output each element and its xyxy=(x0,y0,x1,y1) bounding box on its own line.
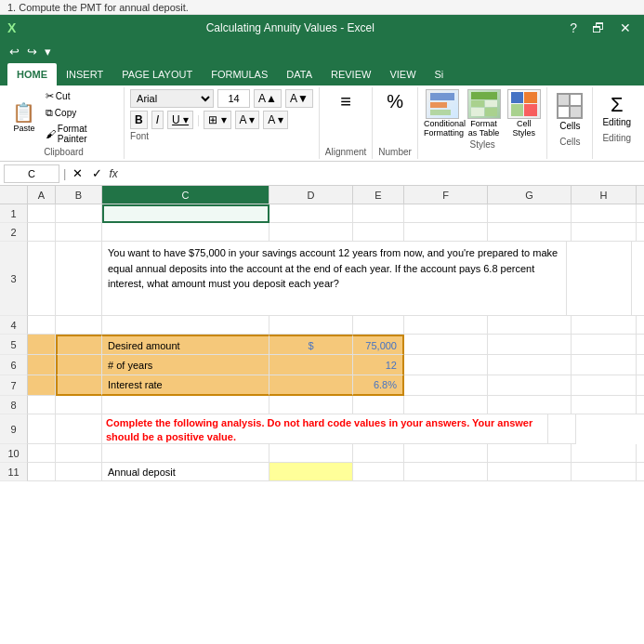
cell-f2[interactable] xyxy=(404,223,488,242)
cell-c7-rate[interactable]: Interest rate xyxy=(102,375,269,396)
cell-c5-desired[interactable]: Desired amount xyxy=(102,335,269,355)
cell-e8[interactable] xyxy=(353,396,404,414)
tab-view[interactable]: VIEW xyxy=(380,63,425,85)
col-header-e[interactable]: E xyxy=(353,186,404,204)
cell-i8[interactable] xyxy=(637,396,644,414)
restore-button[interactable]: 🗗 xyxy=(586,20,611,35)
font-size-input[interactable] xyxy=(217,89,250,108)
font-grow-button[interactable]: A▲ xyxy=(254,89,282,108)
cut-button[interactable]: ✂ Cut xyxy=(43,89,118,103)
cell-i7[interactable] xyxy=(637,375,644,396)
cell-c1[interactable] xyxy=(102,204,269,223)
cell-f7[interactable] xyxy=(404,375,488,396)
cancel-formula-button[interactable]: ✕ xyxy=(70,166,85,180)
cell-c9-instruction[interactable]: Complete the following analysis. Do not … xyxy=(102,414,548,444)
align-button[interactable]: ≡ xyxy=(335,89,356,114)
cell-a5[interactable] xyxy=(28,335,56,355)
cell-a11[interactable] xyxy=(28,463,56,481)
cell-b8[interactable] xyxy=(56,396,102,414)
cell-f6[interactable] xyxy=(404,355,488,375)
cell-b11[interactable] xyxy=(56,463,102,481)
format-table-button[interactable]: Format as Table xyxy=(467,89,501,138)
cell-a3[interactable] xyxy=(28,242,56,316)
cell-e11[interactable] xyxy=(353,463,404,481)
tab-formulas[interactable]: FORMULAS xyxy=(202,63,277,85)
underline-button[interactable]: U ▾ xyxy=(167,111,193,129)
cell-a10[interactable] xyxy=(28,444,56,463)
tab-insert[interactable]: INSERT xyxy=(57,63,112,85)
cell-c8[interactable] xyxy=(102,396,269,414)
cell-h8[interactable] xyxy=(572,396,637,414)
col-header-a[interactable]: A xyxy=(28,186,56,204)
cell-g10[interactable] xyxy=(488,444,572,463)
cell-d7[interactable] xyxy=(269,375,353,396)
name-box[interactable]: C xyxy=(4,164,59,183)
cell-g5[interactable] xyxy=(488,335,572,355)
cell-g2[interactable] xyxy=(488,223,572,242)
help-button[interactable]: ? xyxy=(564,20,583,35)
cell-a2[interactable] xyxy=(28,223,56,242)
cell-i4[interactable] xyxy=(637,316,644,335)
cell-d11-answer[interactable] xyxy=(269,463,353,481)
cell-g8[interactable] xyxy=(488,396,572,414)
cell-i2[interactable] xyxy=(637,223,644,242)
percent-button[interactable]: % xyxy=(381,89,409,114)
cell-e7-rate-val[interactable]: 6.8% xyxy=(353,375,404,396)
cell-d1[interactable] xyxy=(269,204,353,223)
font-color-button[interactable]: A ▾ xyxy=(263,111,288,129)
cell-g11[interactable] xyxy=(488,463,572,481)
conditional-formatting-button[interactable]: Conditional Formatting xyxy=(424,89,461,138)
font-shrink-button[interactable]: A▼ xyxy=(285,89,313,108)
undo-button[interactable]: ↩ xyxy=(7,45,21,59)
cell-styles-button[interactable]: Cell Styles xyxy=(506,89,541,138)
col-header-h[interactable]: H xyxy=(572,186,637,204)
cell-f4[interactable] xyxy=(404,316,488,335)
confirm-formula-button[interactable]: ✓ xyxy=(89,166,105,180)
editing-button[interactable]: Σ Editing xyxy=(598,89,635,131)
tab-data[interactable]: DATA xyxy=(277,63,322,85)
cell-d8[interactable] xyxy=(269,396,353,414)
cell-b6[interactable] xyxy=(56,355,102,375)
tab-review[interactable]: REVIEW xyxy=(322,63,380,85)
cell-b5[interactable] xyxy=(56,335,102,355)
cell-h1[interactable] xyxy=(572,204,637,223)
tab-page-layout[interactable]: PAGE LAYOUT xyxy=(112,63,202,85)
cell-i3[interactable] xyxy=(632,242,644,316)
cell-i9[interactable] xyxy=(548,414,576,444)
cell-h2[interactable] xyxy=(572,223,637,242)
cell-h10[interactable] xyxy=(572,444,637,463)
col-header-i[interactable]: I xyxy=(637,186,644,204)
cell-e10[interactable] xyxy=(353,444,404,463)
cell-i11[interactable] xyxy=(637,463,644,481)
cell-f5[interactable] xyxy=(404,335,488,355)
cell-d5-sign[interactable]: $ xyxy=(269,335,353,355)
cell-b4[interactable] xyxy=(56,316,102,335)
formula-input[interactable] xyxy=(122,164,640,183)
fill-color-button[interactable]: A ▾ xyxy=(235,111,260,129)
cell-a6[interactable] xyxy=(28,355,56,375)
col-header-b[interactable]: B xyxy=(56,186,102,204)
cell-c11-annual[interactable]: Annual deposit xyxy=(102,463,269,481)
col-header-c[interactable]: C xyxy=(102,186,269,204)
borders-button[interactable]: ⊞ ▾ xyxy=(204,111,230,129)
cell-i10[interactable] xyxy=(637,444,644,463)
cell-c3-description[interactable]: You want to have $75,000 in your savings… xyxy=(102,242,567,316)
cell-c10[interactable] xyxy=(102,444,269,463)
cell-a1[interactable] xyxy=(28,204,56,223)
cell-i6[interactable] xyxy=(637,355,644,375)
cell-b2[interactable] xyxy=(56,223,102,242)
cell-a7[interactable] xyxy=(28,375,56,396)
italic-button[interactable]: I xyxy=(151,111,164,129)
cell-h6[interactable] xyxy=(572,355,637,375)
cells-button[interactable]: Cells xyxy=(553,89,586,135)
cell-h11[interactable] xyxy=(572,463,637,481)
cell-b3[interactable] xyxy=(56,242,102,316)
cell-h3[interactable] xyxy=(567,242,632,316)
cell-b1[interactable] xyxy=(56,204,102,223)
cell-b9[interactable] xyxy=(56,414,102,444)
cell-d6[interactable] xyxy=(269,355,353,375)
redo-button[interactable]: ↪ xyxy=(25,45,39,59)
cell-h4[interactable] xyxy=(572,316,637,335)
cell-i5[interactable] xyxy=(637,335,644,355)
cell-f11[interactable] xyxy=(404,463,488,481)
